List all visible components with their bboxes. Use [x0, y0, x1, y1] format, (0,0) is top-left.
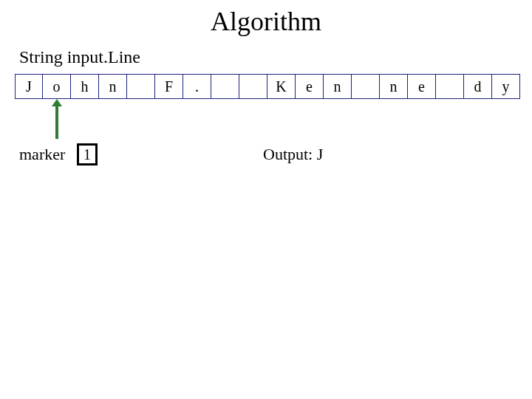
cell-5: F	[155, 74, 183, 99]
marker-label: marker	[19, 145, 65, 164]
cell-15	[436, 74, 464, 99]
cell-1: o	[43, 74, 71, 99]
output-label: Output: J	[263, 145, 323, 164]
cell-11: n	[324, 74, 352, 99]
cell-0: J	[15, 74, 43, 99]
cell-12	[352, 74, 380, 99]
cell-14: e	[408, 74, 436, 99]
cell-17: y	[492, 74, 520, 99]
cell-3: n	[99, 74, 127, 99]
cell-6: .	[183, 74, 211, 99]
marker-arrow	[55, 106, 58, 139]
page-title: Algorithm	[0, 6, 532, 37]
cell-16: d	[464, 74, 492, 99]
cell-7	[211, 74, 239, 99]
cell-2: h	[71, 74, 99, 99]
cell-13: n	[380, 74, 408, 99]
subtitle-string-inputline: String input.Line	[19, 47, 140, 67]
cell-10: e	[296, 74, 324, 99]
cell-8	[239, 74, 267, 99]
marker-value-box: 1	[77, 143, 98, 166]
character-strip: JohnF.Kennedy	[15, 74, 520, 99]
cell-4	[127, 74, 155, 99]
cell-9: K	[267, 74, 296, 99]
